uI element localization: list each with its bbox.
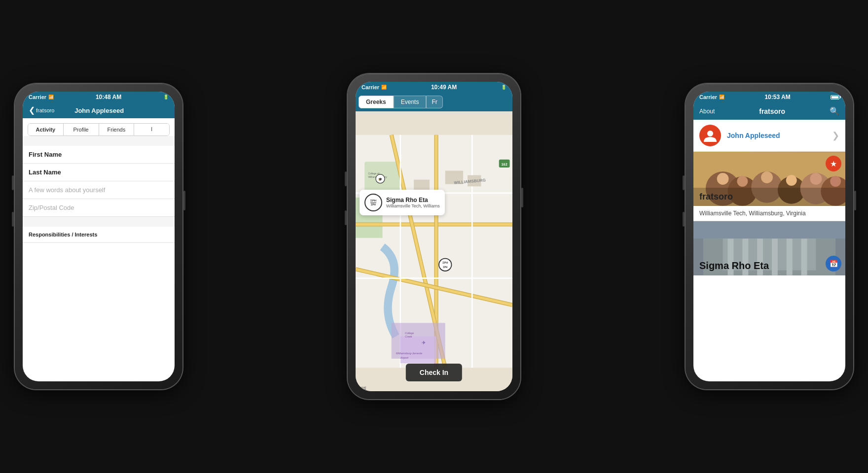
status-bar-right: Carrier 📶 10:53 AM [693, 92, 845, 102]
about-label: About [699, 108, 715, 115]
vol-up-button[interactable] [12, 175, 14, 190]
about-content: John Appleseed ❯ [693, 120, 845, 381]
battery-icon [831, 95, 839, 100]
right-power[interactable] [854, 191, 856, 210]
calendar-badge: 📅 [826, 256, 841, 271]
svg-rect-15 [414, 180, 430, 191]
map-popup[interactable]: ΣΡΗ ΣΡΗ Sigma Rho Eta Williamsville Tech… [360, 190, 445, 215]
center-battery: 🔋 [501, 85, 506, 90]
phone-right: Carrier 📶 10:53 AM About fratsoro 🔍 [686, 84, 853, 389]
right-wifi-icon: 📶 [719, 95, 724, 100]
center-status-left: Carrier 📶 [362, 84, 387, 90]
tab-events[interactable]: Events [394, 96, 427, 108]
status-right-left: 🔋 [163, 95, 169, 100]
bio-field[interactable]: A few words about yourself [23, 181, 175, 199]
fraternity-logo-popup: ΣΡΗ ΣΡΗ [364, 194, 382, 211]
popup-subtitle: Williamsville Tech, Williams [386, 203, 440, 208]
right-carrier: Carrier [699, 94, 717, 100]
svg-point-41 [761, 171, 773, 183]
svg-text:College: College [405, 332, 414, 335]
status-bar-center: Carrier 📶 10:49 AM 🔋 [356, 82, 512, 93]
map-legal[interactable]: Legal [358, 386, 366, 389]
profile-form: First Name Last Name A few words about y… [23, 136, 175, 381]
profile-avatar [699, 125, 721, 146]
screen-left: Carrier 📶 10:48 AM 🔋 ❮ fratsoro John App… [23, 92, 175, 381]
svg-text:ΣΡΗ: ΣΡΗ [442, 261, 448, 264]
search-button[interactable]: 🔍 [830, 106, 839, 116]
org-card[interactable]: fratsoro ★ [693, 152, 845, 206]
fraternity-name: Sigma Rho Eta [699, 260, 769, 271]
checkin-button[interactable]: Check In [406, 364, 462, 381]
center-vol-down[interactable] [345, 210, 347, 225]
svg-text:ΣΡΗ: ΣΡΗ [443, 266, 447, 269]
svg-text:162: 162 [502, 162, 507, 167]
screen-center: Carrier 📶 10:49 AM 🔋 Greeks Events Fr [356, 82, 512, 391]
first-name-label: First Name [29, 151, 169, 158]
center-vol-up[interactable] [345, 171, 347, 186]
svg-point-39 [717, 173, 729, 185]
location-text: Williamsville Tech, Williamsburg, Virgin… [693, 206, 845, 221]
status-bar-left: Carrier 📶 10:48 AM 🔋 [23, 92, 175, 102]
svg-point-44 [830, 176, 841, 187]
svg-rect-53 [801, 238, 807, 275]
org-star-badge: ★ [826, 156, 841, 171]
back-label: fratsoro [36, 107, 54, 113]
svg-point-40 [737, 176, 748, 187]
last-name-field[interactable]: Last Name [23, 164, 175, 181]
center-power[interactable] [521, 188, 523, 207]
first-name-field[interactable]: First Name [23, 146, 175, 164]
svg-text:College of: College of [368, 172, 379, 175]
nav-bar-right: About fratsoro 🔍 [693, 102, 845, 120]
popup-name: Sigma Rho Eta [386, 197, 440, 203]
svg-text:✈: ✈ [422, 340, 426, 345]
screen-right: Carrier 📶 10:53 AM About fratsoro 🔍 [693, 92, 845, 381]
right-status-right [831, 95, 839, 100]
right-vol-up[interactable] [683, 175, 685, 190]
right-vol-down[interactable] [683, 212, 685, 227]
tab-activity[interactable]: Activity [28, 124, 64, 135]
svg-point-42 [786, 175, 797, 186]
segmented-control-left: Activity Profile Friends I [28, 123, 170, 136]
fraternity-card[interactable]: Sigma Rho Eta 📅 [693, 221, 845, 275]
svg-point-43 [810, 173, 822, 185]
bio-placeholder: A few words about yourself [29, 186, 169, 194]
profile-name: John Appleseed [727, 132, 832, 139]
nav-title-left: John Appleseed [74, 107, 124, 114]
carrier-label: Carrier [29, 94, 46, 100]
tab-greeks[interactable]: Greeks [359, 96, 394, 108]
map-svg: 162 WILLIAMSBURG Williamsburg-Jameste Ai… [356, 111, 512, 391]
form-spacer [23, 136, 175, 146]
zip-placeholder: Zip/Postal Code [29, 204, 169, 211]
last-name-label: Last Name [29, 169, 169, 176]
phone-left-screen: Carrier 📶 10:48 AM 🔋 ❮ fratsoro John App… [23, 92, 175, 381]
phone-center: Carrier 📶 10:49 AM 🔋 Greeks Events Fr [348, 74, 520, 399]
popup-info: Sigma Rho Eta Williamsville Tech, Willia… [386, 197, 440, 208]
status-left: Carrier 📶 [29, 94, 54, 100]
tab-friends[interactable]: Friends [99, 124, 135, 135]
center-wifi-icon: 📶 [381, 85, 387, 90]
right-status-left: Carrier 📶 [699, 94, 724, 100]
center-time: 10:49 AM [431, 84, 457, 91]
map-tab-bar: Greeks Events Fr [356, 93, 512, 111]
svg-point-31 [707, 131, 713, 136]
back-button[interactable]: ❮ fratsoro [29, 106, 54, 114]
vol-down-button[interactable] [12, 212, 14, 227]
nav-title-right: fratsoro [759, 107, 785, 115]
tab-more[interactable]: I [134, 124, 169, 135]
wifi-icon: 📶 [48, 95, 54, 100]
tab-fr[interactable]: Fr [426, 96, 442, 108]
svg-rect-55 [693, 221, 845, 238]
responsibilities-field[interactable]: Responsibilities / Interests [23, 227, 175, 243]
right-time: 10:53 AM [764, 94, 790, 101]
phone-left: Carrier 📶 10:48 AM 🔋 ❮ fratsoro John App… [15, 84, 182, 389]
profile-row[interactable]: John Appleseed ❯ [693, 120, 845, 152]
svg-text:Airport: Airport [400, 356, 409, 359]
responsibilities-label: Responsibilities / Interests [29, 232, 169, 237]
zip-field[interactable]: Zip/Postal Code [23, 199, 175, 217]
org-name: fratsoro [699, 192, 839, 202]
map-view[interactable]: 162 WILLIAMSBURG Williamsburg-Jameste Ai… [356, 111, 512, 391]
tab-profile[interactable]: Profile [64, 124, 99, 135]
power-button[interactable] [183, 191, 185, 210]
svg-point-26 [439, 259, 451, 271]
form-spacer-2 [23, 217, 175, 227]
